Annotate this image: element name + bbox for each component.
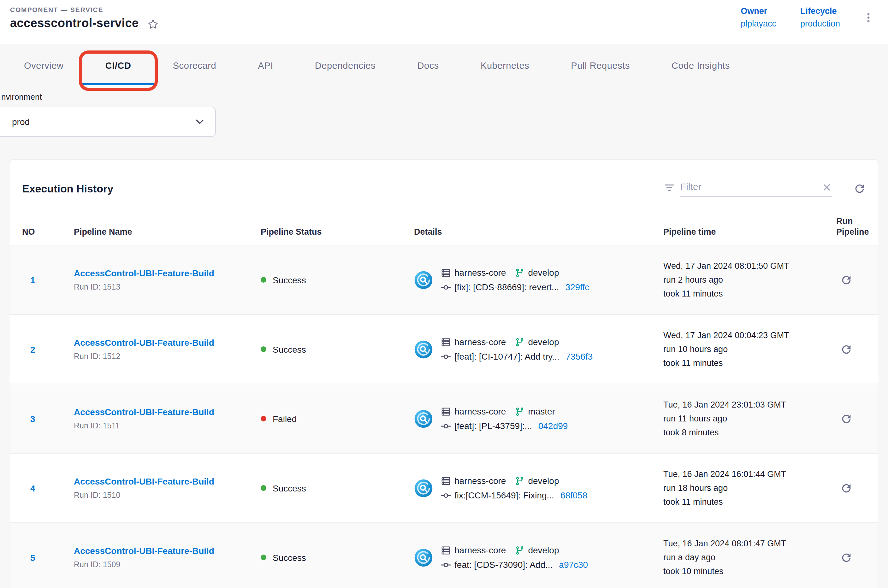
pipeline-name-link[interactable]: AccessControl-UBI-Feature-Build xyxy=(74,546,261,556)
table-header: NOPipeline NamePipeline StatusDetailsPip… xyxy=(9,197,879,245)
run-pipeline-button[interactable] xyxy=(840,482,866,494)
run-id: Run ID: 1511 xyxy=(74,422,261,430)
pipeline-status-cell: Success xyxy=(261,275,414,285)
run-id: Run ID: 1510 xyxy=(74,491,261,500)
card-header: Execution History xyxy=(9,160,879,197)
kebab-menu-icon[interactable] xyxy=(860,9,877,26)
detail-lines: harness-core master [feat]: [PL-43759]:.… xyxy=(441,406,568,431)
run-pipeline-cell xyxy=(827,412,866,425)
run-pipeline-button[interactable] xyxy=(840,343,866,356)
detail-lines: harness-core develop [feat]: [CI-10747]:… xyxy=(441,337,593,362)
commit-icon xyxy=(441,490,451,500)
commit-message: [feat]: [CI-10747]: Add try... xyxy=(454,351,559,362)
pipeline-name-link[interactable]: AccessControl-UBI-Feature-Build xyxy=(74,338,261,348)
detail-lines: harness-core develop feat: [CDS-73090]: … xyxy=(441,545,588,570)
pipeline-time-gmt: Tue, 16 Jan 2024 08:01:47 GMT xyxy=(663,537,827,550)
repository-name: harness-core xyxy=(454,476,506,486)
pipeline-duration: took 11 minutes xyxy=(663,287,827,301)
pipeline-duration: took 10 minutes xyxy=(663,564,827,578)
pipeline-time-ago: run 18 hours ago xyxy=(663,481,827,495)
commit-icon xyxy=(441,421,451,430)
row-number-cell: 5 xyxy=(22,552,74,563)
detail-lines: harness-core develop fix:[CCM-15649]: Fi… xyxy=(441,476,587,500)
pipeline-time-ago: run 11 hours ago xyxy=(663,412,827,426)
run-pipeline-cell xyxy=(827,343,866,356)
filter-input[interactable] xyxy=(681,181,832,192)
pipeline-time-cell: Wed, 17 Jan 2024 00:04:23 GMT run 10 hou… xyxy=(663,328,827,370)
pipeline-name-link[interactable]: AccessControl-UBI-Feature-Build xyxy=(74,268,261,278)
git-branch-icon xyxy=(515,406,524,416)
pipeline-duration: took 11 minutes xyxy=(663,356,827,370)
tab-pull-requests[interactable]: Pull Requests xyxy=(571,44,630,87)
tab-docs[interactable]: Docs xyxy=(417,44,439,87)
table-row: 4 AccessControl-UBI-Feature-Build Run ID… xyxy=(9,454,879,523)
column-header-pipeline-time: Pipeline time xyxy=(663,226,827,237)
pipeline-name-link[interactable]: AccessControl-UBI-Feature-Build xyxy=(74,476,261,486)
pipeline-time-ago: run a day ago xyxy=(663,550,827,564)
owner-link[interactable]: plplayacc xyxy=(741,19,776,28)
row-number-cell: 3 xyxy=(22,413,74,424)
row-number[interactable]: 3 xyxy=(30,414,35,424)
branch-name: develop xyxy=(528,267,559,278)
tab-overview[interactable]: Overview xyxy=(24,44,64,87)
run-pipeline-button[interactable] xyxy=(840,412,866,425)
repository-name: harness-core xyxy=(454,406,506,416)
commit-sha-link[interactable]: 68f058 xyxy=(560,490,587,500)
row-number[interactable]: 5 xyxy=(30,552,35,562)
pipeline-name-cell: AccessControl-UBI-Feature-Build Run ID: … xyxy=(74,338,261,361)
tab-label: Code Insights xyxy=(672,61,730,70)
row-number[interactable]: 1 xyxy=(30,275,35,285)
pipeline-time-ago: run 2 hours ago xyxy=(663,273,827,287)
run-pipeline-button[interactable] xyxy=(840,273,866,286)
commit-message: fix:[CCM-15649]: Fixing... xyxy=(454,490,554,500)
pipeline-avatar-icon xyxy=(414,548,433,567)
status-dot xyxy=(261,555,266,560)
run-id: Run ID: 1509 xyxy=(74,560,261,569)
commit-sha-link[interactable]: a97c30 xyxy=(559,560,588,570)
tab-label: Scorecard xyxy=(173,61,216,70)
row-number[interactable]: 2 xyxy=(30,344,35,354)
run-pipeline-button[interactable] xyxy=(840,551,866,564)
row-number-cell: 1 xyxy=(22,274,74,285)
filter-area xyxy=(663,181,866,197)
tab-api[interactable]: API xyxy=(258,44,273,87)
page: COMPONENT — SERVICE accesscontrol-servic… xyxy=(0,0,888,588)
clear-filter-icon[interactable] xyxy=(823,184,831,191)
branch-name: master xyxy=(528,406,555,416)
branch-name: develop xyxy=(528,476,559,486)
pipeline-name-link[interactable]: AccessControl-UBI-Feature-Build xyxy=(74,407,261,417)
commit-sha-link[interactable]: 329ffc xyxy=(565,282,589,292)
environment-select[interactable]: prod xyxy=(0,106,216,137)
commit-line: feat: [CDS-73090]: Add... a97c30 xyxy=(441,560,588,570)
favorite-star-icon[interactable] xyxy=(147,18,159,30)
status-dot xyxy=(261,277,266,283)
pipeline-duration: took 11 minutes xyxy=(663,495,827,509)
status-dot xyxy=(261,485,266,491)
tab-label: Kubernetes xyxy=(481,61,529,70)
lifecycle-group: Lifecycle production xyxy=(800,6,840,28)
table-body: 1 AccessControl-UBI-Feature-Build Run ID… xyxy=(9,245,879,588)
repository-name: harness-core xyxy=(454,337,506,347)
tab-label: API xyxy=(258,61,273,70)
tab-scorecard[interactable]: Scorecard xyxy=(173,44,216,87)
commit-sha-link[interactable]: 042d99 xyxy=(538,421,568,431)
owner-group: Owner plplayacc xyxy=(741,6,776,28)
details-cell: harness-core develop [feat]: [CI-10747]:… xyxy=(414,337,663,362)
tab-dependencies[interactable]: Dependencies xyxy=(315,44,376,87)
page-header: COMPONENT — SERVICE accesscontrol-servic… xyxy=(0,0,888,44)
commit-sha-link[interactable]: 7356f3 xyxy=(566,351,593,362)
column-header-details: Details xyxy=(414,226,663,237)
refresh-button[interactable] xyxy=(853,182,866,197)
annotation-highlight-box xyxy=(79,51,158,91)
row-number[interactable]: 4 xyxy=(30,483,35,493)
tab-kubernetes[interactable]: Kubernetes xyxy=(481,44,529,87)
pipeline-time-gmt: Tue, 16 Jan 2024 16:01:44 GMT xyxy=(663,467,827,481)
repo-branch-line: harness-core develop xyxy=(441,476,587,486)
chevron-down-icon xyxy=(196,119,204,124)
commit-icon xyxy=(441,282,451,292)
repo-branch-line: harness-core develop xyxy=(441,337,593,347)
lifecycle-label: Lifecycle xyxy=(800,6,840,16)
tab-ci-cd[interactable]: CI/CD xyxy=(105,44,131,87)
tab-code-insights[interactable]: Code Insights xyxy=(672,44,730,87)
pipeline-time-gmt: Wed, 17 Jan 2024 08:01:50 GMT xyxy=(663,259,827,273)
